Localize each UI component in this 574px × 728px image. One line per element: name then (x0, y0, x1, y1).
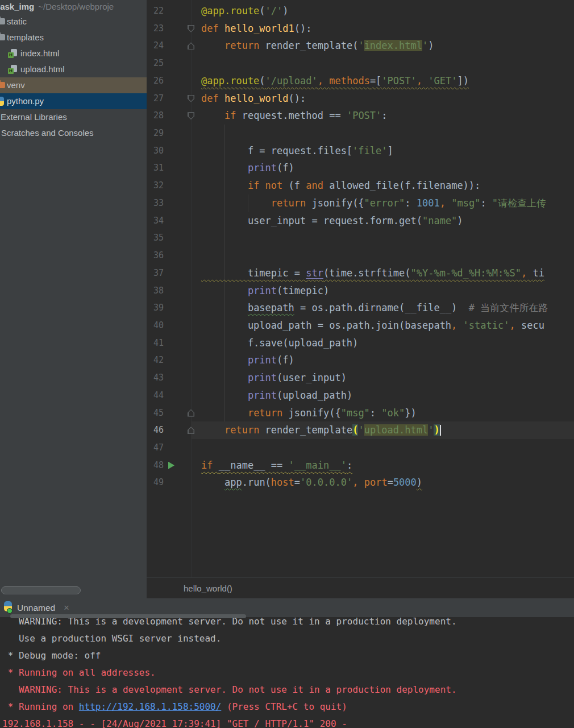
code-line-41[interactable]: 41 f.save(upload_path) (147, 334, 574, 352)
gutter-line-number[interactable]: 33 (147, 195, 164, 212)
code-line-30[interactable]: 30 f = request.files['file'] (147, 142, 574, 160)
breadcrumb-function[interactable]: hello_world() (184, 578, 232, 599)
code-line-29[interactable]: 29 (147, 125, 574, 142)
gutter-line-number[interactable]: 26 (147, 72, 164, 90)
gutter-line-number[interactable]: 30 (147, 142, 164, 160)
code-text: def hello_world1(): (201, 20, 312, 38)
code-line-24[interactable]: 24 return render_template('index.html') (147, 37, 574, 55)
tree-item-venv[interactable]: venv (0, 77, 147, 93)
project-horizontal-scrollbar[interactable] (1, 586, 81, 594)
code-line-25[interactable]: 25 (147, 55, 574, 72)
project-panel: flask_img~/Desktop/webproje statictempla… (0, 0, 147, 598)
code-line-49[interactable]: 49 app.run(host='0.0.0.0', port=5000) (147, 474, 574, 491)
code-line-46[interactable]: 46 return render_template('upload.html') (147, 421, 574, 439)
code-text: print(timepic) (201, 282, 329, 300)
gutter-line-number[interactable]: 49 (147, 474, 164, 491)
code-line-39[interactable]: 39 basepath = os.path.dirname(__file__) … (147, 299, 574, 317)
code-line-36[interactable]: 36 (147, 247, 574, 264)
editor[interactable]: 22@app.route('/')23def hello_world1():24… (147, 0, 574, 577)
gutter-line-number[interactable]: 31 (147, 159, 164, 177)
code-text: print(f) (201, 351, 294, 369)
code-line-45[interactable]: 45 return jsonify({"msg": "ok"}) (147, 404, 574, 422)
code-line-43[interactable]: 43 print(user_input) (147, 369, 574, 387)
tree-item-label: templates (7, 32, 44, 42)
console-line: WARNING: This is a development server. D… (2, 681, 457, 698)
gutter-line-number[interactable]: 47 (147, 439, 164, 457)
tree-item-upload-html[interactable]: Hupload.html (0, 61, 147, 77)
gutter-line-number[interactable]: 40 (147, 317, 164, 334)
fold-down-icon[interactable] (188, 25, 194, 32)
code-text: user_input = request.form.get("name") (201, 212, 463, 230)
code-text: app.run(host='0.0.0.0', port=5000) (201, 474, 422, 491)
gutter-line-number[interactable]: 27 (147, 90, 164, 107)
server-url-link[interactable]: http://192.168.1.158:5000/ (79, 701, 221, 712)
code-text: return render_template('upload.html') (201, 421, 441, 439)
tree-item-external-libraries[interactable]: External Libraries (0, 109, 147, 125)
project-root-path: ~/Desktop/webproje (38, 2, 114, 11)
folder-excluded-icon (0, 82, 5, 88)
project-root[interactable]: flask_img~/Desktop/webproje (0, 0, 147, 14)
gutter-line-number[interactable]: 44 (147, 387, 164, 404)
code-line-27[interactable]: 27def hello_world(): (147, 90, 574, 107)
gutter-line-number[interactable]: 29 (147, 125, 164, 142)
code-line-48[interactable]: 48if __name__ == '__main__': (147, 457, 574, 474)
tree-item-label: index.html (20, 48, 59, 58)
folder-icon (0, 18, 5, 24)
tree-item-label: Scratches and Consoles (1, 128, 94, 138)
code-line-44[interactable]: 44 print(upload_path) (147, 387, 574, 404)
gutter-line-number[interactable]: 43 (147, 369, 164, 387)
code-line-38[interactable]: 38 print(timepic) (147, 282, 574, 300)
tree-item-static[interactable]: static (0, 14, 147, 30)
fold-up-icon[interactable] (188, 427, 194, 434)
code-text: return render_template('index.html') (201, 37, 434, 55)
gutter-line-number[interactable]: 22 (147, 2, 164, 20)
html-file-icon: H (8, 65, 17, 74)
gutter-line-number[interactable]: 34 (147, 212, 164, 230)
tree-item-templates[interactable]: templates (0, 30, 147, 46)
pycharm-window: { "icons": {"close": "×"}, "colors": { "… (0, 0, 574, 728)
gutter-line-number[interactable]: 39 (147, 299, 164, 317)
code-text: f = request.files['file'] (201, 142, 393, 160)
code-line-32[interactable]: 32 if not (f and allowed_file(f.filename… (147, 177, 574, 195)
fold-up-icon[interactable] (188, 410, 194, 417)
gutter-line-number[interactable]: 36 (147, 247, 164, 264)
code-line-31[interactable]: 31 print(f) (147, 159, 574, 177)
gutter-line-number[interactable]: 42 (147, 351, 164, 369)
gutter-line-number[interactable]: 45 (147, 404, 164, 422)
tree-item-index-html[interactable]: Hindex.html (0, 46, 147, 61)
fold-down-icon[interactable] (188, 95, 194, 102)
code-line-28[interactable]: 28 if request.method == 'POST': (147, 107, 574, 125)
fold-up-icon[interactable] (188, 42, 194, 49)
gutter-line-number[interactable]: 41 (147, 334, 164, 352)
code-text: if not (f and allowed_file(f.filename)): (201, 177, 480, 195)
console-horizontal-scrollbar[interactable] (10, 614, 246, 618)
run-icon[interactable] (168, 462, 174, 469)
code-line-33[interactable]: 33 return jsonify({"error": 1001, "msg":… (147, 195, 574, 212)
gutter-line-number[interactable]: 48 (147, 457, 164, 474)
gutter-line-number[interactable]: 46 (147, 421, 164, 439)
breadcrumb: hello_world() (147, 577, 574, 599)
code-line-26[interactable]: 26@app.route('/upload', methods=['POST',… (147, 72, 574, 90)
gutter-line-number[interactable]: 35 (147, 229, 164, 247)
tree-item-python-py[interactable]: python.py (0, 93, 147, 109)
tree-item-scratches-and-consoles[interactable]: Scratches and Consoles (0, 125, 147, 141)
tree-item-label: python.py (7, 96, 44, 106)
code-line-34[interactable]: 34 user_input = request.form.get("name") (147, 212, 574, 230)
gutter-line-number[interactable]: 23 (147, 20, 164, 38)
gutter-line-number[interactable]: 24 (147, 37, 164, 55)
code-line-42[interactable]: 42 print(f) (147, 351, 574, 369)
code-line-37[interactable]: 37 timepic = str(time.strftime("%Y-%m-%d… (147, 264, 574, 282)
code-line-35[interactable]: 35 (147, 229, 574, 247)
gutter-line-number[interactable]: 38 (147, 282, 164, 300)
code-line-23[interactable]: 23def hello_world1(): (147, 20, 574, 38)
tree-item-label: static (7, 16, 27, 26)
fold-down-icon[interactable] (188, 112, 194, 119)
code-line-40[interactable]: 40 upload_path = os.path.join(basepath, … (147, 317, 574, 334)
console-line: * Running on http://192.168.1.158:5000/ … (2, 698, 347, 715)
gutter-line-number[interactable]: 32 (147, 177, 164, 195)
gutter-line-number[interactable]: 37 (147, 264, 164, 282)
code-line-22[interactable]: 22@app.route('/') (147, 2, 574, 20)
gutter-line-number[interactable]: 25 (147, 55, 164, 72)
code-line-47[interactable]: 47 (147, 439, 574, 457)
gutter-line-number[interactable]: 28 (147, 107, 164, 125)
